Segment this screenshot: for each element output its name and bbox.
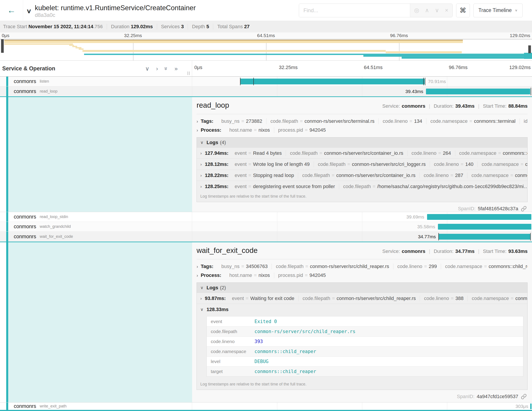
log-field-row: event Exited 0 [207, 316, 523, 326]
ruler-tick: 32.25ms [124, 33, 142, 38]
span-bar[interactable] [240, 78, 425, 84]
service-operation-title: Service & Operation [2, 65, 55, 72]
span-operation: read_loop [40, 89, 57, 94]
chevron-down-icon: ∨ [200, 307, 203, 312]
span-id-value: 5faf48165428c37a [478, 206, 518, 212]
logs-panel: ∨ Logs (2) › 93.87ms: event=Waiting for … [197, 283, 528, 390]
detail-title: read_loop [197, 101, 229, 109]
ruler-tick: 64.51ms [257, 33, 275, 38]
span-duration-label: 303μs [516, 404, 528, 409]
chevron-right-icon: › [200, 162, 202, 167]
expand-all-icon[interactable]: » [175, 66, 178, 71]
span-operation: listen [40, 79, 49, 84]
timeline-tick: 32.25ms [279, 65, 297, 70]
deep-link-icon[interactable] [521, 206, 527, 212]
timeline-tick: 129.02ms [509, 65, 531, 70]
trace-duration: Duration 129.02ms [107, 24, 157, 29]
logs-footer-note: Log timestamps are relative to the start… [197, 192, 527, 202]
span-duration-label: 35.58ms [417, 224, 435, 229]
prev-match-icon[interactable]: ∧ [425, 7, 429, 14]
chevron-right-icon: › [197, 119, 198, 124]
span-bar[interactable] [438, 224, 531, 230]
keyboard-shortcuts-button[interactable]: ⌘ [456, 4, 470, 17]
collapse-all-icon[interactable]: » [163, 67, 169, 70]
span-bar[interactable] [530, 403, 532, 409]
log-fields-table: event Exited 0 code.filepath conmon-rs/s… [207, 316, 523, 377]
timeline-tick: 0μs [194, 65, 202, 70]
timeline-header: 0μs 32.25ms 64.51ms 96.76ms 129.02ms [192, 61, 532, 76]
collapse-one-icon[interactable]: ∨ [145, 66, 149, 71]
next-match-icon[interactable]: ∨ [435, 7, 439, 14]
trace-summary-bar: Trace Start November 15 2022, 11:24:14.7… [0, 21, 532, 32]
span-duration-label: 70.91ms [428, 79, 446, 84]
detail-meta: Service:conmonrs | Duration:39.43ms | St… [382, 103, 528, 109]
process-row[interactable]: › Process: host.name=nixos process.pid=9… [197, 126, 528, 135]
ruler-tick: 129.02ms [510, 33, 530, 38]
log-entry[interactable]: › 128.12ms: event=Wrote log line of leng… [197, 158, 527, 170]
chevron-right-icon: › [197, 273, 198, 278]
span-grid-header: Service & Operation ∨ › » » 0μs 32.25ms … [0, 61, 532, 77]
logs-header[interactable]: ∨ Logs (2) [197, 283, 527, 293]
log-entry[interactable]: › 93.87ms: event=Waiting for exit code c… [197, 293, 527, 304]
log-entry-expanded[interactable]: ∨ 128.33ms [197, 304, 527, 315]
span-service: conmonrs [14, 78, 36, 84]
collapse-controls: ∨ › » » [145, 66, 192, 71]
find-controls: ◎ ∧ ∨ × [410, 4, 452, 17]
tags-row[interactable]: › Tags: busy_ns=273882 code.filepath=con… [197, 117, 528, 126]
ruler-tick: 0μs [2, 33, 9, 38]
span-row-write-exit-path[interactable]: conmonrs write_exit_path 303μs [0, 402, 532, 411]
clear-find-icon[interactable]: × [445, 7, 448, 14]
span-detail-wait-for-exit-code: wait_for_exit_code Service:conmonrs | Du… [0, 242, 532, 402]
span-service: conmonrs [14, 403, 36, 409]
chevron-right-icon: › [200, 296, 202, 301]
chevron-right-icon: › [200, 151, 202, 156]
chevron-down-icon: ∨ [200, 285, 203, 290]
span-bar[interactable] [439, 234, 530, 240]
span-bar[interactable] [427, 214, 531, 220]
find-input[interactable] [299, 4, 410, 17]
log-field-row: code.filepath conmon-rs/server/src/child… [207, 326, 523, 336]
span-color-accent [6, 212, 8, 222]
collapse-title-chevron-icon[interactable]: ∨ [26, 7, 32, 14]
log-entry[interactable]: › 128.22ms: event=Stopping read loop cod… [197, 170, 527, 181]
span-color-accent [6, 232, 8, 242]
span-row-watch-grandchild[interactable]: conmonrs watch_grandchild 35.58ms [0, 222, 532, 232]
span-color-accent [6, 402, 8, 410]
log-entry[interactable]: › 128.25ms: event=deregistering event so… [197, 181, 527, 192]
trace-services: Services 3 [157, 24, 188, 29]
trace-start: Trace Start November 15 2022, 11:24:14.7… [2, 24, 107, 29]
page-header: ← ∨ kubelet: runtime.v1.RuntimeService/C… [0, 0, 532, 21]
process-row[interactable]: › Process: host.name=nixos process.pid=9… [197, 271, 528, 280]
logs-header[interactable]: ∨ Logs (4) [197, 137, 527, 147]
trace-minimap[interactable] [0, 39, 532, 61]
span-bar[interactable] [426, 88, 530, 94]
column-resize-handle[interactable] [188, 71, 190, 75]
span-color-accent [6, 242, 8, 402]
trace-depth: Depth 5 [188, 24, 213, 29]
back-button[interactable]: ← [0, 0, 23, 21]
detail-meta: Service:conmonrs | Duration:34.77ms | St… [382, 248, 528, 254]
span-row-listen[interactable]: conmonrs listen 70.91ms [0, 77, 532, 86]
span-row-read-loop-stdin[interactable]: conmonrs read_loop_stdin 39.69ms [0, 212, 532, 222]
span-duration-label: 34.77ms [418, 234, 436, 239]
view-selector-button[interactable]: Trace Timeline ∨ [474, 4, 523, 17]
timeline-tick: 96.76ms [449, 65, 467, 70]
focus-match-icon[interactable]: ◎ [414, 7, 419, 14]
span-id-row: SpanID: 4a947cfd1ce59537 [197, 392, 528, 401]
span-row-wait-for-exit-code[interactable]: conmonrs wait_for_exit_code 34.77ms [0, 232, 532, 242]
deep-link-icon[interactable] [521, 394, 527, 400]
span-color-accent [6, 77, 8, 86]
span-operation: watch_grandchild [40, 224, 71, 229]
find-group: ◎ ∧ ∨ × [299, 4, 453, 17]
span-row-read-loop[interactable]: conmonrs read_loop 39.43ms [0, 86, 532, 97]
tags-row[interactable]: › Tags: busy_ns=34506763 code.filepath=c… [197, 262, 528, 271]
ruler-tick: 96.76ms [390, 33, 408, 38]
expand-one-icon[interactable]: › [156, 66, 158, 71]
span-detail-read-loop: read_loop Service:conmonrs | Duration:39… [0, 97, 532, 212]
log-entry[interactable]: › 127.94ms: event=Read 4 bytes code.file… [197, 147, 527, 158]
chevron-right-icon: › [197, 128, 198, 133]
span-operation: read_loop_stdin [40, 215, 68, 219]
trace-id: d8a3a0c [35, 12, 196, 19]
detail-title: wait_for_exit_code [197, 246, 257, 255]
timeline-tick: 64.51ms [364, 65, 382, 70]
